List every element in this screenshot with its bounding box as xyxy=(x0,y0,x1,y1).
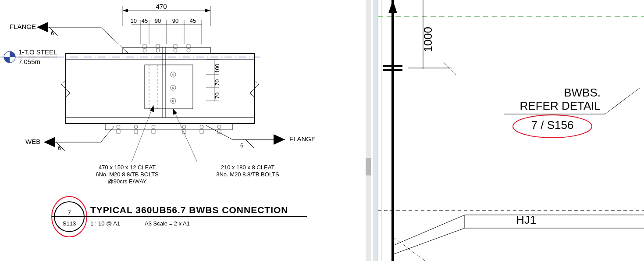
title-block: 7 S113 TYPICAL 360UB56.7 BWBS CONNECTION… xyxy=(52,197,307,237)
svg-line-66 xyxy=(101,126,114,142)
flange-tag-bottom: FLANGE 6 xyxy=(206,125,316,149)
svg-marker-43 xyxy=(205,9,210,12)
svg-text:FLANGE: FLANGE xyxy=(289,135,316,143)
web-cleat xyxy=(145,65,193,109)
cleat1-line2: 6No. M20 8.8/TB BOLTS xyxy=(96,171,159,178)
svg-rect-30 xyxy=(134,130,138,133)
web-tag: WEB 6 xyxy=(25,126,114,151)
svg-point-22 xyxy=(172,74,174,75)
title-name: TYPICAL 360UB56.7 BWBS CONNECTION xyxy=(90,205,288,215)
svg-text:6: 6 xyxy=(240,142,243,149)
svg-text:45: 45 xyxy=(142,18,148,24)
svg-rect-36 xyxy=(200,130,203,133)
svg-rect-32 xyxy=(152,130,155,133)
elevation-marker xyxy=(4,51,15,63)
title-scale-a: 1 : 10 @ A1 xyxy=(90,220,120,227)
svg-rect-8 xyxy=(66,118,254,124)
svg-point-21 xyxy=(171,72,176,77)
svg-line-74 xyxy=(132,105,153,162)
svg-point-24 xyxy=(172,87,174,89)
svg-text:BWBS.: BWBS. xyxy=(564,86,601,99)
svg-text:6: 6 xyxy=(51,30,54,36)
svg-point-27 xyxy=(117,125,120,129)
svg-text:WEB: WEB xyxy=(25,138,40,145)
svg-rect-28 xyxy=(117,130,120,133)
svg-text:70: 70 xyxy=(214,79,221,86)
svg-rect-10 xyxy=(143,45,146,48)
arrow-head-icon xyxy=(44,137,55,147)
svg-rect-14 xyxy=(174,45,177,48)
datum-label: 1-T.O STEEL xyxy=(18,48,57,56)
svg-point-31 xyxy=(152,125,155,129)
svg-line-72 xyxy=(246,139,254,148)
cleat1-line1: 470 x 150 x 12 CLEAT xyxy=(99,164,156,171)
svg-marker-77 xyxy=(173,109,177,115)
svg-text:45: 45 xyxy=(190,18,196,24)
svg-marker-42 xyxy=(123,9,128,12)
cleat1-line3: @90crs E/WAY xyxy=(107,178,146,185)
dim-vertical: 100 70 70 xyxy=(206,60,221,101)
svg-text:90: 90 xyxy=(172,18,178,24)
svg-text:REFER DETAIL: REFER DETAIL xyxy=(520,99,601,112)
callout-ref: 7 / S156 xyxy=(531,118,574,132)
detail-left: 1-T.O STEEL 7.055m FLANGE 6 xyxy=(0,3,316,237)
bottom-cleat xyxy=(105,124,232,130)
cleat2-line1: 210 x 180 x 8 CLEAT xyxy=(221,164,275,171)
cleat2-line2: 3No. M20 8.8/TB BOLTS xyxy=(216,171,279,178)
svg-point-33 xyxy=(182,125,186,129)
svg-text:10: 10 xyxy=(131,18,137,24)
svg-point-35 xyxy=(200,125,203,129)
title-scale-b: A3 Scale = 2 x A1 xyxy=(145,220,190,227)
splitter-grip-icon xyxy=(366,158,371,175)
title-number: 7 xyxy=(68,209,71,216)
svg-rect-7 xyxy=(66,54,254,60)
hj1-member: HJ1 xyxy=(393,213,644,261)
title-sheet: S113 xyxy=(63,220,76,227)
view-right: 1000 BWBS. REFER DETAIL 7 / S156 HJ1 xyxy=(373,0,644,261)
bwbs-callout: BWBS. REFER DETAIL 7 / S156 xyxy=(504,86,640,138)
pane-splitter[interactable] xyxy=(366,0,371,261)
svg-text:FLANGE: FLANGE xyxy=(10,23,36,30)
hj1-label: HJ1 xyxy=(516,213,536,226)
svg-line-96 xyxy=(393,237,425,261)
svg-line-94 xyxy=(605,88,640,114)
svg-line-4 xyxy=(101,27,128,54)
svg-point-9 xyxy=(143,49,146,52)
arrow-head-icon xyxy=(274,134,285,145)
datum-value: 7.055m xyxy=(18,58,40,65)
svg-point-26 xyxy=(172,100,174,102)
svg-rect-81 xyxy=(366,0,371,261)
svg-text:6: 6 xyxy=(58,145,61,151)
svg-rect-16 xyxy=(187,45,190,48)
arrow-head-icon xyxy=(37,22,48,32)
svg-point-25 xyxy=(171,98,176,104)
svg-point-23 xyxy=(171,85,176,90)
svg-text:470: 470 xyxy=(156,3,167,10)
svg-text:70: 70 xyxy=(214,93,221,99)
bottom-bolt-row xyxy=(117,125,221,133)
dim-row-2: 10 45 90 90 45 xyxy=(131,18,202,44)
arrow-up-icon xyxy=(388,0,397,13)
svg-text:100: 100 xyxy=(214,64,221,73)
svg-rect-12 xyxy=(156,45,160,48)
beam-outline xyxy=(66,54,254,124)
upper-flange-plate xyxy=(123,47,210,54)
svg-point-15 xyxy=(187,49,190,52)
drawing-canvas: 1-T.O STEEL 7.055m FLANGE 6 xyxy=(0,0,644,261)
svg-point-29 xyxy=(134,125,138,129)
svg-text:90: 90 xyxy=(155,18,161,24)
top-bolt-row xyxy=(143,45,190,52)
svg-point-13 xyxy=(174,49,177,52)
svg-point-11 xyxy=(156,49,160,52)
svg-line-76 xyxy=(173,109,197,162)
svg-point-37 xyxy=(217,125,221,129)
svg-text:1000: 1000 xyxy=(421,27,434,52)
svg-rect-82 xyxy=(373,0,377,261)
dim-1000: 1000 xyxy=(408,0,456,75)
